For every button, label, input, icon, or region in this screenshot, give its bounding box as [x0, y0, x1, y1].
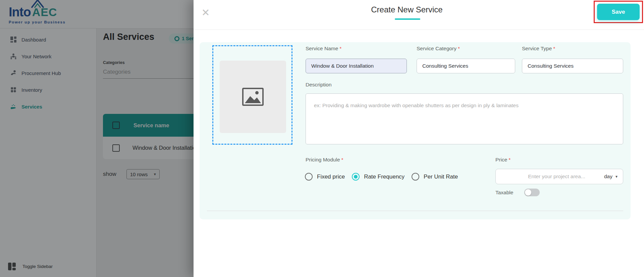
taxable-label: Taxable — [495, 190, 513, 196]
radio-circle-icon — [412, 173, 419, 181]
save-highlight-annotation: Save — [594, 1, 643, 23]
radio-circle-icon — [305, 173, 313, 181]
service-category-label: Service Category* — [417, 46, 460, 52]
description-textarea[interactable] — [306, 93, 623, 144]
required-mark: * — [458, 46, 460, 51]
radio-fixed-price[interactable]: Fixed price — [305, 173, 345, 181]
required-mark: * — [339, 46, 341, 51]
screen: Into AEC Power up your Business Dashboar… — [0, 0, 644, 277]
service-type-input[interactable] — [522, 59, 623, 73]
taxable-toggle[interactable] — [524, 189, 540, 196]
pricing-module-label: Pricing Module* — [306, 157, 343, 163]
service-name-input[interactable] — [306, 59, 407, 73]
price-unit-select[interactable]: day ▾ — [604, 174, 618, 180]
required-mark: * — [508, 157, 511, 162]
description-label: Description — [306, 82, 332, 88]
header-divider — [194, 29, 644, 30]
card-footer-divider — [207, 211, 623, 211]
price-placeholder: Enter your project area... — [509, 174, 604, 180]
price-input[interactable]: Enter your project area... day ▾ — [495, 169, 623, 184]
form-card: Service Name* Service Category* Service … — [200, 42, 631, 219]
radio-rate-frequency[interactable]: Rate Frequency — [352, 173, 405, 181]
image-placeholder-icon — [242, 87, 264, 106]
required-mark: * — [553, 46, 555, 51]
caret-down-icon: ▾ — [615, 174, 618, 179]
required-mark: * — [341, 157, 343, 162]
radio-circle-selected-icon — [352, 173, 360, 181]
service-type-label: Service Type* — [522, 46, 555, 52]
service-category-input[interactable] — [417, 59, 515, 73]
create-service-modal: ✕ Create New Service Save Service Name* — [194, 0, 644, 277]
image-upload-dropzone[interactable] — [212, 45, 292, 145]
service-name-label: Service Name* — [306, 46, 341, 52]
pricing-module-radio-group: Fixed price Rate Frequency Per Unit Rate — [305, 173, 458, 181]
title-underline — [395, 18, 420, 20]
image-placeholder — [220, 61, 286, 133]
toggle-knob — [525, 189, 531, 196]
save-button[interactable]: Save — [597, 4, 640, 20]
price-label: Price* — [495, 157, 511, 163]
modal-title: Create New Service — [194, 5, 620, 14]
radio-per-unit-rate[interactable]: Per Unit Rate — [412, 173, 458, 181]
